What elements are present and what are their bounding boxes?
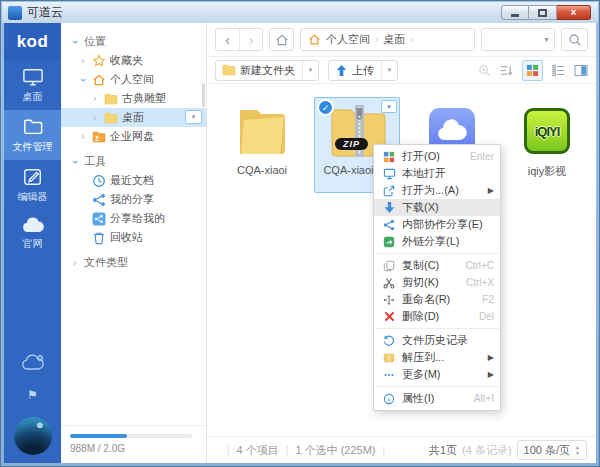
chevron-right-icon: › <box>90 94 100 104</box>
cloud-settings-icon[interactable] <box>19 353 47 373</box>
chevron-right-icon: › <box>70 258 80 268</box>
menu-item-delete[interactable]: 删除(D) Del <box>374 308 500 325</box>
file-browser-main: ‹ › 个人空间 › 桌面 › ▼ <box>207 23 596 463</box>
menu-item-local-open[interactable]: 本地打开 <box>374 165 500 182</box>
menu-separator <box>375 328 499 329</box>
sidebar-item-label: 文件管理 <box>13 140 53 154</box>
breadcrumb-root[interactable]: 个人空间 <box>326 32 370 47</box>
status-separator: | <box>382 445 385 456</box>
tree-item-my-shares[interactable]: 我的分享 <box>61 190 206 209</box>
zoom-view-button[interactable] <box>478 64 491 77</box>
upload-dropdown[interactable]: ▼ <box>381 61 397 80</box>
file-tile-iqiyi[interactable]: iQIYI iqiy影视 <box>504 97 590 193</box>
menu-separator <box>375 386 499 387</box>
file-name: CQA-xiaoi <box>237 164 287 176</box>
sidebar-item-desktop[interactable]: 桌面 <box>4 60 61 110</box>
tree-item-label: 我的分享 <box>110 192 154 207</box>
menu-item-external-share[interactable]: 外链分享(L) <box>374 233 500 250</box>
menu-item-open[interactable]: 打开(O) Enter <box>374 148 500 165</box>
menu-item-label: 本地打开 <box>402 166 488 181</box>
tree-item-favorites[interactable]: › 收藏夹 <box>61 51 206 70</box>
chevron-right-icon: › <box>78 56 88 66</box>
sort-button[interactable] <box>500 64 513 77</box>
upload-arrow-icon <box>335 64 348 77</box>
menu-shortcut: Enter <box>470 151 494 162</box>
sidebar-item-editor[interactable]: 编辑器 <box>4 160 61 210</box>
menu-item-open-as[interactable]: 打开为...(A) ▶ <box>374 182 500 199</box>
app-icon <box>8 6 22 20</box>
breadcrumb[interactable]: 个人空间 › 桌面 › <box>300 28 475 51</box>
folder-icon <box>222 64 236 76</box>
breadcrumb-current[interactable]: 桌面 <box>383 32 405 47</box>
menu-item-internal-share[interactable]: 内部协作分享(E) <box>374 216 500 233</box>
status-separator: | <box>286 445 289 456</box>
selection-info: 1 个选中 (225M) <box>295 443 375 458</box>
tree-item-desktop[interactable]: › 桌面 ▼ <box>61 108 206 127</box>
close-button[interactable]: × <box>557 5 591 20</box>
scissors-icon <box>382 277 396 289</box>
menu-item-extract-to[interactable]: 解压到... ▶ <box>374 349 500 366</box>
tree-scrollbar-thumb[interactable] <box>202 83 205 107</box>
grid-view-button[interactable] <box>522 60 543 81</box>
new-folder-dropdown[interactable]: ▼ <box>302 61 318 80</box>
tree-section-file-types[interactable]: › 文件类型 <box>61 253 206 272</box>
items-count: 4 个项目 <box>237 443 279 458</box>
menu-item-download[interactable]: 下载(X) <box>374 199 500 216</box>
share-icon <box>92 193 106 207</box>
tree-section-location[interactable]: › 位置 <box>61 32 206 51</box>
share-square-icon <box>92 212 106 226</box>
menu-item-rename[interactable]: 重命名(R) F2 <box>374 291 500 308</box>
tree-item-shared-with-me[interactable]: 分享给我的 <box>61 209 206 228</box>
menu-item-more[interactable]: 更多(M) ▶ <box>374 366 500 383</box>
page-size-select[interactable]: 100 条/页 ▲▼ <box>517 440 587 460</box>
column-view-button[interactable] <box>574 64 588 77</box>
extract-icon <box>382 352 396 364</box>
flag-icon[interactable]: ⚑ <box>27 388 38 402</box>
new-folder-button[interactable]: 新建文件夹 ▼ <box>215 60 319 81</box>
search-box[interactable]: ▼ <box>481 28 555 51</box>
menu-item-properties[interactable]: 属性(I) Alt+I <box>374 390 500 407</box>
tree-item-label: 企业网盘 <box>110 129 154 144</box>
menu-item-cut[interactable]: 剪切(K) Ctrl+X <box>374 274 500 291</box>
submenu-arrow-icon: ▶ <box>488 370 494 379</box>
monitor-icon <box>22 67 44 87</box>
maximize-button[interactable] <box>529 5 557 20</box>
menu-item-label: 剪切(K) <box>402 275 460 290</box>
action-toolbar: 新建文件夹 ▼ 上传 ▼ <box>207 57 596 84</box>
list-view-button[interactable] <box>552 64 565 77</box>
submenu-arrow-icon: ▶ <box>488 353 494 362</box>
sidebar-item-file-manager[interactable]: 文件管理 <box>4 110 61 160</box>
tree-item-recent-docs[interactable]: 最近文档 <box>61 171 206 190</box>
tree-item-dropdown-button[interactable]: ▼ <box>185 110 202 124</box>
user-avatar[interactable] <box>14 417 52 455</box>
chevron-down-icon: › <box>78 75 88 85</box>
menu-item-file-history[interactable]: 文件历史记录 <box>374 332 500 349</box>
back-button[interactable]: ‹ <box>216 29 239 50</box>
tree-section-label: 位置 <box>84 34 106 49</box>
tree-item-recycle-bin[interactable]: 回收站 <box>61 228 206 247</box>
file-dropdown-button[interactable]: ▼ <box>381 100 397 113</box>
search-button[interactable] <box>561 28 588 51</box>
selected-check-icon: ✓ <box>317 99 334 116</box>
menu-item-copy[interactable]: 复制(C) Ctrl+C <box>374 257 500 274</box>
tree-item-enterprise-disk[interactable]: › 企业网盘 <box>61 127 206 146</box>
share-icon <box>382 219 396 231</box>
sidebar-item-website[interactable]: 官网 <box>4 210 61 257</box>
upload-button[interactable]: 上传 ▼ <box>328 60 398 81</box>
menu-item-label: 更多(M) <box>402 367 482 382</box>
home-icon <box>92 73 106 87</box>
tree-item-personal-space[interactable]: › 个人空间 <box>61 70 206 89</box>
home-button[interactable] <box>270 29 293 50</box>
file-tile-folder[interactable]: CQA-xiaoi <box>219 97 305 193</box>
iqiyi-app-icon: iQIYI <box>524 108 570 154</box>
tree-item-label: 收藏夹 <box>110 53 143 68</box>
tree-section-tools[interactable]: › 工具 <box>61 152 206 171</box>
tree-item-sculpture[interactable]: › 古典雕塑 <box>61 89 206 108</box>
cloud-icon <box>21 217 45 234</box>
tree-item-label: 古典雕塑 <box>122 91 166 106</box>
menu-item-label: 打开为...(A) <box>402 183 482 198</box>
search-dropdown-caret[interactable]: ▼ <box>543 36 550 43</box>
minimize-button[interactable] <box>501 5 529 20</box>
forward-button[interactable]: › <box>239 29 262 50</box>
new-folder-label: 新建文件夹 <box>240 63 302 78</box>
